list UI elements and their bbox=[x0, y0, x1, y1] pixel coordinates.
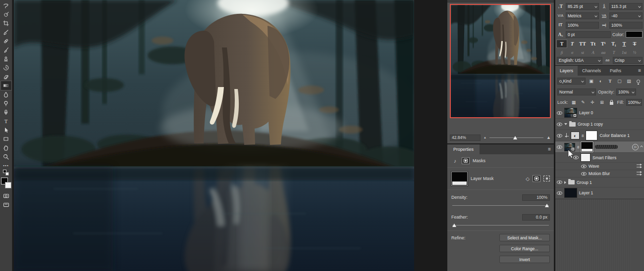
edit-toolbar-button[interactable]: ••• bbox=[3, 163, 8, 168]
filter-adjustment-layers-icon[interactable]: ◐ bbox=[597, 79, 604, 84]
swash-button[interactable]: A bbox=[588, 50, 598, 55]
select-mask-icon[interactable] bbox=[533, 175, 540, 182]
expand-chevron-icon[interactable] bbox=[564, 181, 566, 184]
feather-slider-thumb[interactable] bbox=[452, 224, 456, 227]
lasso-tool-button[interactable] bbox=[1, 1, 11, 10]
collapse-chevron-icon[interactable] bbox=[564, 123, 567, 125]
visibility-eye-icon[interactable] bbox=[581, 172, 587, 176]
anti-alias-dropdown[interactable]: Crisp bbox=[613, 57, 643, 64]
filter-toggle-bulb-icon[interactable] bbox=[635, 80, 642, 83]
superscript-button[interactable]: T¹ bbox=[598, 40, 608, 47]
visibility-eye-icon[interactable] bbox=[557, 111, 562, 115]
adjustments-icon[interactable]: ♪ bbox=[451, 158, 459, 164]
lock-position-icon[interactable]: ✛ bbox=[589, 100, 596, 105]
eraser-tool-button[interactable] bbox=[1, 72, 11, 81]
fractions-button[interactable]: ½ bbox=[630, 50, 640, 55]
layer-row-group1[interactable]: Group 1 bbox=[555, 178, 644, 187]
adjustment-mask-thumbnail[interactable] bbox=[586, 131, 597, 140]
ligatures-button[interactable]: fi bbox=[557, 50, 567, 55]
chevron-down-icon[interactable] bbox=[594, 5, 597, 8]
kerning-field[interactable]: Metrics bbox=[566, 12, 599, 19]
filter-blend-options-icon[interactable] bbox=[637, 171, 643, 177]
navigator-zoom-slider[interactable] bbox=[489, 137, 543, 138]
collapse-filters-chevron-icon[interactable] bbox=[640, 145, 643, 148]
chevron-down-icon[interactable] bbox=[638, 101, 641, 104]
rectangle-tool-button[interactable] bbox=[1, 135, 11, 143]
clone-stamp-tool-button[interactable] bbox=[1, 54, 11, 63]
chevron-down-icon[interactable] bbox=[638, 14, 641, 17]
font-size-field[interactable]: 85.25 pt bbox=[566, 3, 599, 10]
type-tool-button[interactable]: T bbox=[1, 117, 11, 126]
layer-thumbnail[interactable] bbox=[564, 188, 577, 198]
tab-properties[interactable]: Properties bbox=[447, 144, 480, 154]
visibility-eye-icon[interactable] bbox=[557, 181, 562, 184]
layer-row-group1copy[interactable]: Group 1 copy bbox=[555, 119, 644, 130]
layers-panel-menu[interactable]: ≡ bbox=[635, 66, 644, 76]
chevron-down-icon[interactable] bbox=[594, 14, 597, 17]
filter-smart-objects-icon[interactable]: ▤ bbox=[625, 79, 633, 84]
feather-value-field[interactable]: 0.0 px bbox=[522, 214, 550, 221]
vertical-scale-field[interactable]: 100% bbox=[566, 22, 599, 29]
select-and-mask-button[interactable]: Select and Mask... bbox=[499, 234, 550, 241]
quick-selection-tool-button[interactable] bbox=[1, 10, 11, 19]
layer-mask-thumbnail[interactable] bbox=[451, 172, 468, 186]
layer-thumbnail[interactable] bbox=[564, 108, 577, 118]
layer-row-wave[interactable]: Wave bbox=[555, 163, 644, 170]
contextual-alternates-button[interactable]: σ bbox=[567, 50, 577, 55]
layer-name[interactable]: Group 1 copy bbox=[578, 122, 603, 127]
opacity-field[interactable]: 100% bbox=[616, 89, 636, 95]
filter-pixel-layers-icon[interactable]: ▣ bbox=[588, 79, 595, 84]
layer-row-layer1[interactable]: Layer 1 bbox=[555, 187, 644, 199]
mask-link-icon[interactable]: 8 bbox=[582, 134, 584, 138]
smart-filters-thumbnail[interactable] bbox=[581, 153, 590, 162]
navigator-zoom-field[interactable]: 42.84% bbox=[450, 135, 481, 141]
masks-icon[interactable] bbox=[462, 157, 470, 164]
visibility-eye-icon[interactable] bbox=[557, 134, 562, 137]
chevron-down-icon[interactable] bbox=[638, 59, 641, 62]
filter-type-layers-icon[interactable]: T bbox=[606, 79, 614, 84]
discretionary-ligatures-button[interactable]: st bbox=[578, 50, 588, 55]
brush-tool-button[interactable] bbox=[1, 45, 11, 54]
subscript-button[interactable]: T₁ bbox=[609, 40, 619, 47]
foreground-background-swatch[interactable] bbox=[1, 178, 11, 188]
mask-target-icon[interactable] bbox=[543, 176, 550, 181]
visibility-eye-icon[interactable] bbox=[557, 145, 562, 149]
spot-healing-brush-tool-button[interactable] bbox=[1, 37, 11, 45]
visibility-eye-icon[interactable] bbox=[557, 191, 562, 195]
layer-row-colorbalance[interactable]: ◐ 8 Color Balance 1 bbox=[555, 130, 644, 141]
layer-row-layer0[interactable]: Layer 0 bbox=[555, 107, 644, 119]
quick-mask-mode-button[interactable] bbox=[1, 191, 11, 200]
tab-channels[interactable]: Channels bbox=[578, 66, 605, 76]
density-slider[interactable] bbox=[452, 204, 549, 208]
pen-tool-button[interactable] bbox=[1, 108, 11, 117]
ordinals-button[interactable]: 1st bbox=[619, 50, 629, 55]
zoom-tool-button[interactable] bbox=[1, 152, 11, 161]
lock-image-pixels-icon[interactable]: ✎ bbox=[580, 100, 587, 105]
small-caps-button[interactable]: Tt bbox=[588, 40, 598, 47]
background-color-swatch[interactable] bbox=[5, 182, 11, 188]
filter-shape-layers-icon[interactable]: ▢ bbox=[616, 79, 623, 84]
layer-name[interactable]: Color Balance 1 bbox=[599, 133, 629, 138]
underline-button[interactable]: T bbox=[619, 40, 629, 47]
gradient-tool-button[interactable] bbox=[1, 81, 11, 90]
crop-tool-button[interactable] bbox=[1, 19, 11, 28]
tab-paths[interactable]: Paths bbox=[605, 66, 626, 76]
visibility-eye-icon[interactable] bbox=[581, 165, 587, 168]
smart-filter-fx-icon[interactable]: fx bbox=[632, 144, 639, 150]
feather-slider[interactable] bbox=[452, 224, 549, 227]
chevron-down-icon[interactable] bbox=[591, 90, 594, 93]
strikethrough-button[interactable]: T bbox=[630, 40, 640, 47]
lock-transparent-pixels-icon[interactable]: ▦ bbox=[570, 100, 578, 105]
layer-mask-thumbnail[interactable] bbox=[581, 142, 593, 152]
layer-row-motion-blur[interactable]: Motion Blur bbox=[555, 170, 644, 178]
tab-layers[interactable]: Layers bbox=[555, 66, 578, 76]
faux-bold-button[interactable]: T bbox=[557, 40, 567, 47]
horizontal-scale-field[interactable]: 100% bbox=[609, 22, 643, 29]
layer-name[interactable]: Group 1 bbox=[577, 180, 592, 185]
eyedropper-tool-button[interactable] bbox=[1, 28, 11, 37]
faux-italic-button[interactable]: T bbox=[567, 40, 577, 47]
layer-name[interactable]: Layer 1 bbox=[579, 190, 593, 195]
blend-mode-dropdown[interactable]: Normal bbox=[557, 89, 596, 95]
adjustment-layer-icon[interactable]: ◐ bbox=[571, 132, 580, 139]
visibility-eye-icon[interactable] bbox=[557, 123, 562, 126]
